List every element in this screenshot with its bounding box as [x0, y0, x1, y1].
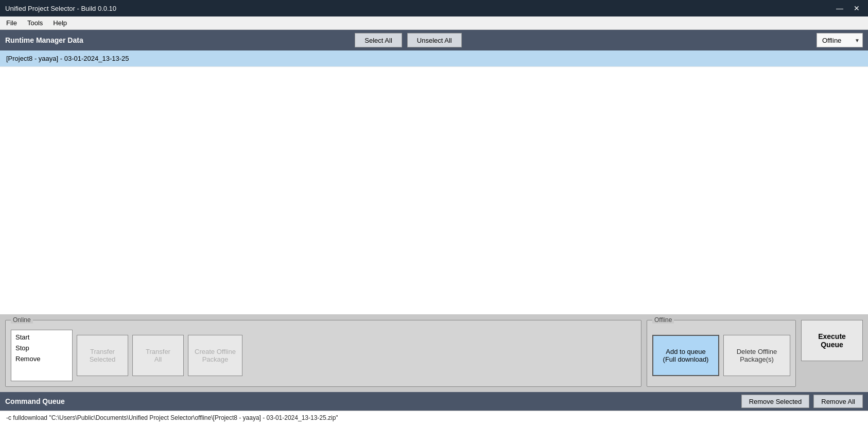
app-title: Unified Project Selector - Build 0.0.10 — [5, 5, 116, 12]
remove-selected-button[interactable]: Remove Selected — [741, 395, 810, 408]
offline-group-box: Offline Add to queue(Full download) Dele… — [647, 320, 796, 387]
offline-legend: Offline — [652, 316, 674, 324]
minimize-button[interactable]: — — [833, 3, 846, 13]
menu-help[interactable]: Help — [49, 18, 71, 28]
remove-all-button[interactable]: Remove All — [813, 395, 863, 408]
bottom-section: Online Start Stop Remove TransferSelecte… — [0, 315, 868, 392]
menu-file[interactable]: File — [2, 18, 21, 28]
panels-row: Online Start Stop Remove TransferSelecte… — [5, 320, 863, 387]
online-stop-item[interactable]: Stop — [13, 343, 70, 353]
transfer-all-button[interactable]: TransferAll — [132, 335, 184, 376]
mode-dropdown-wrapper[interactable]: Offline Online — [817, 33, 863, 47]
command-output: -c fulldownload "C:\Users\Public\Documen… — [0, 411, 868, 425]
close-button[interactable]: ✕ — [850, 3, 863, 13]
runtime-manager-title: Runtime Manager Data — [5, 36, 350, 44]
menu-bar: File Tools Help — [0, 16, 868, 30]
mode-dropdown[interactable]: Offline Online — [817, 33, 863, 47]
header-bar: Runtime Manager Data Select All Unselect… — [0, 30, 868, 50]
online-group-box: Online Start Stop Remove TransferSelecte… — [5, 320, 641, 387]
online-legend: Online — [11, 316, 33, 324]
transfer-selected-button[interactable]: TransferSelected — [77, 335, 128, 376]
execute-queue-button[interactable]: ExecuteQueue — [801, 320, 863, 361]
online-remove-item[interactable]: Remove — [13, 354, 70, 364]
list-item[interactable]: [Project8 - yaaya] - 03-01-2024_13-13-25 — [0, 50, 868, 67]
delete-offline-package-button[interactable]: Delete OfflinePackage(s) — [723, 335, 790, 376]
online-start-item[interactable]: Start — [13, 332, 70, 342]
command-queue-bar: Command Queue Remove Selected Remove All — [0, 392, 868, 411]
add-to-queue-button[interactable]: Add to queue(Full download) — [652, 335, 719, 376]
main-list: [Project8 - yaaya] - 03-01-2024_13-13-25 — [0, 50, 868, 315]
select-all-button[interactable]: Select All — [355, 33, 402, 47]
online-listbox: Start Stop Remove — [11, 330, 73, 381]
title-bar: Unified Project Selector - Build 0.0.10 … — [0, 0, 868, 16]
unselect-all-button[interactable]: Unselect All — [407, 33, 462, 47]
title-bar-controls: — ✕ — [833, 3, 863, 13]
command-queue-title: Command Queue — [5, 397, 737, 405]
create-offline-package-button[interactable]: Create OfflinePackage — [188, 335, 242, 376]
menu-tools[interactable]: Tools — [23, 18, 47, 28]
